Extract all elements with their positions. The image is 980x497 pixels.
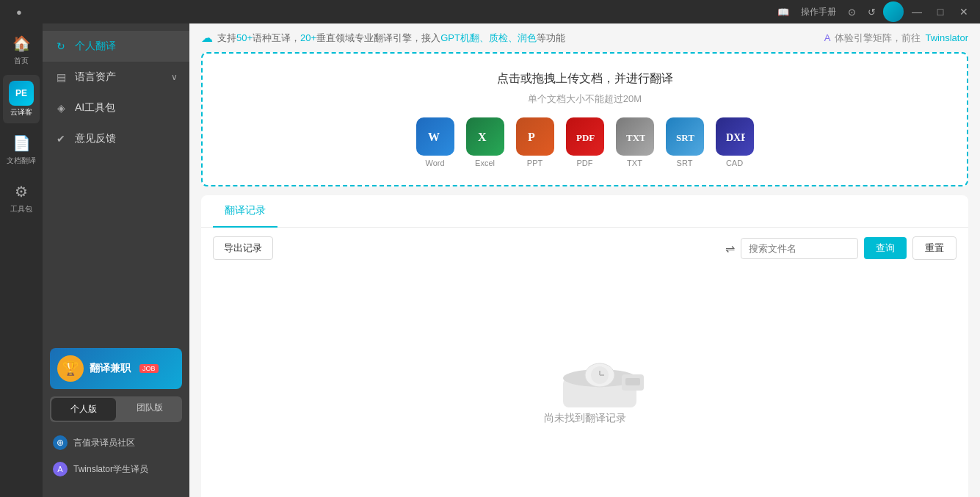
top-bar-right: A 体验引擎矩阵，前往 Twinslator	[824, 32, 968, 45]
nav-ai-label: AI工具包	[75, 101, 115, 115]
nav-item-ai-tools[interactable]: ◈ AI工具包	[43, 92, 189, 123]
highlight-gpt: GPT机翻、质检、润色	[440, 32, 537, 43]
tab-personal[interactable]: 个人版	[51, 398, 116, 421]
upload-title: 点击或拖拽上传文档，并进行翻译	[497, 71, 673, 87]
sidebar-item-tools[interactable]: ⚙ 工具包	[3, 175, 40, 220]
excel-icon: X	[466, 117, 504, 156]
nav-bottom: 🏆 翻译兼职 JOB 个人版 团队版 ⊕ 言值录译员社区 A Twinslato…	[43, 341, 189, 490]
records-toolbar: 导出记录 ⇌ 查询 重置	[201, 228, 968, 269]
maximize-button[interactable]: □	[930, 4, 951, 19]
title-bar: ● 📖 操作手册 ⊙ ↺ — □ ✕	[0, 0, 980, 23]
nav-item-language[interactable]: ▤ 语言资产 ∨	[43, 62, 189, 92]
document-icon: 📄	[10, 132, 32, 154]
nav-item-feedback[interactable]: ✔ 意见反馈	[43, 123, 189, 154]
top-bar-text: 支持50+语种互译，20+垂直领域专业翻译引擎，接入GPT机翻、质检、润色等功能	[217, 32, 565, 45]
empty-illustration	[541, 341, 629, 400]
reset-button[interactable]: 重置	[912, 236, 957, 260]
swap-icon: ⇌	[725, 242, 735, 255]
yanzhilu-icon: ⊕	[53, 435, 68, 450]
nav-sidebar: ↻ 个人翻译 ▤ 语言资产 ∨ ◈ AI工具包 ✔ 意见反馈 🏆 翻译兼职 JO…	[43, 23, 189, 497]
title-bar-actions: 📖 操作手册 ⊙ ↺ — □ ✕	[773, 1, 974, 22]
tools-icon: ⚙	[10, 181, 32, 203]
excel-label: Excel	[475, 159, 495, 167]
search-area: ⇌ 查询 重置	[725, 236, 957, 260]
chevron-down-icon: ∨	[171, 72, 178, 82]
records-section: 翻译记录 导出记录 ⇌ 查询 重置	[201, 195, 968, 497]
avatar[interactable]	[883, 1, 904, 22]
tab-team[interactable]: 团队版	[117, 396, 182, 422]
svg-text:P: P	[528, 131, 535, 143]
file-type-txt: TXT TXT	[616, 117, 654, 167]
svg-text:X: X	[478, 131, 487, 143]
pdf-label: PDF	[577, 159, 593, 167]
community-item-twinslator[interactable]: A Twinslator学生译员	[50, 456, 182, 482]
twinslator-link[interactable]: Twinslator	[925, 32, 968, 43]
highlight-20: 20+	[300, 32, 316, 43]
svg-text:TXT: TXT	[626, 132, 645, 143]
version-tabs: 个人版 团队版	[50, 396, 182, 422]
file-type-excel: X Excel	[466, 117, 504, 167]
txt-icon: TXT	[616, 117, 654, 156]
export-button[interactable]: 导出记录	[213, 236, 273, 260]
doc-label: 文档翻译	[7, 156, 36, 166]
svg-text:DXF: DXF	[726, 132, 745, 143]
app-logo-icon: ●	[12, 7, 26, 18]
tab-records[interactable]: 翻译记录	[213, 195, 277, 228]
home-label: 首页	[14, 56, 29, 66]
cloud-icon: ☁	[201, 31, 213, 45]
word-label: Word	[425, 159, 444, 167]
pdf-icon: PDF	[566, 117, 604, 156]
svg-text:W: W	[428, 131, 440, 143]
top-bar-right-text: 体验引擎矩阵，前往	[835, 32, 921, 45]
srt-label: SRT	[677, 159, 693, 167]
home-icon: 🏠	[10, 32, 32, 54]
nav-personal-label: 个人翻译	[75, 40, 116, 53]
job-text: 翻译兼职	[90, 362, 131, 375]
file-type-ppt: P PPT	[516, 117, 554, 167]
query-button[interactable]: 查询	[864, 237, 907, 259]
close-button[interactable]: ✕	[954, 4, 974, 19]
upload-subtitle: 单个文档大小不能超过20M	[528, 92, 642, 106]
yanzhilu-label: 言值录译员社区	[73, 437, 135, 449]
upload-area[interactable]: 点击或拖拽上传文档，并进行翻译 单个文档大小不能超过20M W Word X	[201, 52, 968, 186]
manual-label[interactable]: 操作手册	[796, 6, 841, 18]
file-type-srt: SRT SRT	[666, 117, 704, 167]
title-bar-left: ●	[6, 7, 26, 18]
sidebar-item-doc[interactable]: 📄 文档翻译	[3, 126, 40, 172]
search-input[interactable]	[741, 238, 858, 259]
job-icon: 🏆	[57, 355, 84, 382]
word-icon: W	[416, 117, 454, 156]
twinslator-community-icon: A	[53, 462, 68, 476]
app-body: 🏠 首页 PE 云译客 📄 文档翻译 ⚙ 工具包 ↻ 个人翻译 ▤ 语言资产 ∨…	[0, 23, 980, 497]
sidebar-item-pe[interactable]: PE 云译客	[3, 75, 40, 123]
twinslator-engine-icon: A	[824, 32, 831, 43]
pe-icon: PE	[9, 81, 34, 106]
manual-icon[interactable]: 📖	[773, 7, 794, 18]
ppt-label: PPT	[527, 159, 542, 167]
job-banner[interactable]: 🏆 翻译兼职 JOB	[50, 348, 182, 389]
file-type-pdf: PDF PDF	[566, 117, 604, 167]
top-bar-description: ☁ 支持50+语种互译，20+垂直领域专业翻译引擎，接入GPT机翻、质检、润色等…	[201, 31, 565, 45]
ai-icon: ◈	[54, 101, 68, 115]
job-badge: JOB	[139, 364, 159, 373]
pe-label: 云译客	[10, 107, 32, 117]
ppt-icon: P	[516, 117, 554, 156]
refresh-icon[interactable]: ⊙	[843, 7, 860, 18]
nav-language-label: 语言资产	[75, 70, 116, 84]
empty-state: 尚未找到翻译记录	[201, 269, 968, 497]
database-icon: ▤	[54, 70, 68, 84]
nav-feedback-label: 意见反馈	[75, 132, 116, 145]
svg-rect-14	[625, 378, 640, 385]
svg-text:SRT: SRT	[676, 132, 694, 143]
file-type-cad: DXF CAD	[716, 117, 754, 167]
nav-item-personal[interactable]: ↻ 个人翻译	[43, 31, 189, 62]
sidebar-item-home[interactable]: 🏠 首页	[3, 26, 40, 72]
main-content: ☁ 支持50+语种互译，20+垂直领域专业翻译引擎，接入GPT机翻、质检、润色等…	[189, 23, 980, 497]
txt-label: TXT	[627, 159, 642, 167]
icon-sidebar: 🏠 首页 PE 云译客 📄 文档翻译 ⚙ 工具包	[0, 23, 43, 497]
sync-icon[interactable]: ↺	[863, 7, 880, 18]
minimize-button[interactable]: —	[907, 4, 927, 19]
community-item-yanzhilu[interactable]: ⊕ 言值录译员社区	[50, 429, 182, 456]
feedback-icon: ✔	[54, 132, 68, 145]
twinslator-label: Twinslator学生译员	[73, 463, 148, 476]
